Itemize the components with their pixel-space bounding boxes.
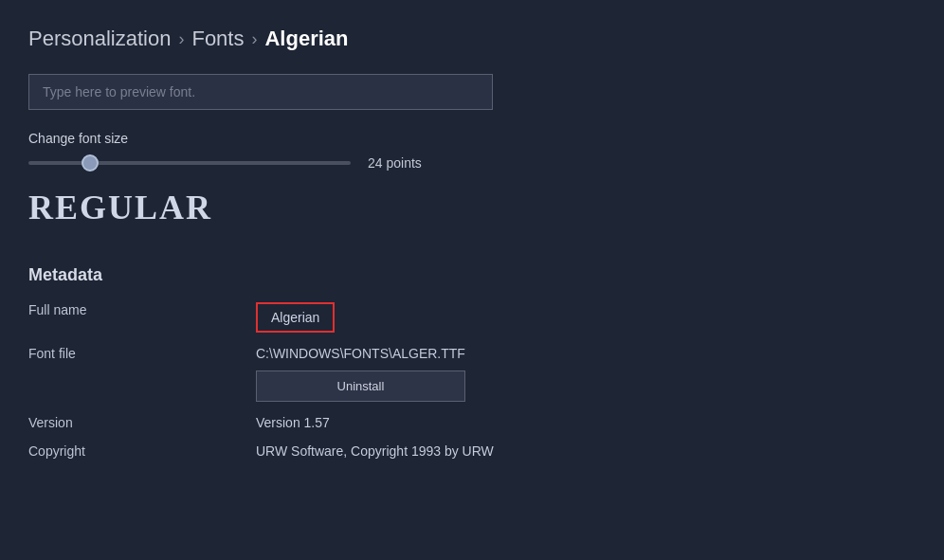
uninstall-button[interactable]: Uninstall	[256, 370, 465, 402]
metadata-row-version: Version Version 1.57	[28, 415, 916, 430]
font-preview-text: REGULAR	[28, 188, 916, 227]
metadata-section: Metadata Full name Algerian Font file C:…	[28, 265, 916, 459]
metadata-title: Metadata	[28, 265, 916, 285]
metadata-value-fontfile: C:\WINDOWS\FONTS\ALGER.TTF	[256, 346, 465, 361]
font-size-points: 24 points	[368, 155, 422, 171]
metadata-row-fontfile: Font file C:\WINDOWS\FONTS\ALGER.TTF Uni…	[28, 346, 916, 402]
metadata-label-version: Version	[28, 415, 246, 430]
metadata-value-version: Version 1.57	[256, 415, 330, 430]
breadcrumb-fonts[interactable]: Fonts	[191, 27, 244, 51]
font-preview-input[interactable]	[28, 74, 493, 110]
metadata-value-fullname: Algerian	[256, 302, 335, 333]
metadata-row-copyright: Copyright URW Software, Copyright 1993 b…	[28, 443, 916, 459]
metadata-value-copyright: URW Software, Copyright 1993 by URW	[256, 443, 494, 459]
metadata-label-fontfile: Font file	[28, 346, 246, 361]
change-font-size-label: Change font size	[28, 131, 916, 146]
font-size-slider[interactable]	[28, 161, 351, 165]
metadata-value-group-fontfile: C:\WINDOWS\FONTS\ALGER.TTF Uninstall	[256, 346, 465, 402]
breadcrumb-sep1: ›	[178, 29, 184, 49]
breadcrumb-sep2: ›	[251, 29, 257, 49]
metadata-row-fullname: Full name Algerian	[28, 302, 916, 333]
breadcrumb-personalization[interactable]: Personalization	[28, 27, 171, 51]
font-size-slider-row: 24 points	[28, 155, 916, 171]
metadata-label-fullname: Full name	[28, 302, 246, 317]
breadcrumb-current: Algerian	[264, 27, 348, 51]
metadata-label-copyright: Copyright	[28, 443, 246, 459]
breadcrumb: Personalization › Fonts › Algerian	[28, 27, 916, 51]
